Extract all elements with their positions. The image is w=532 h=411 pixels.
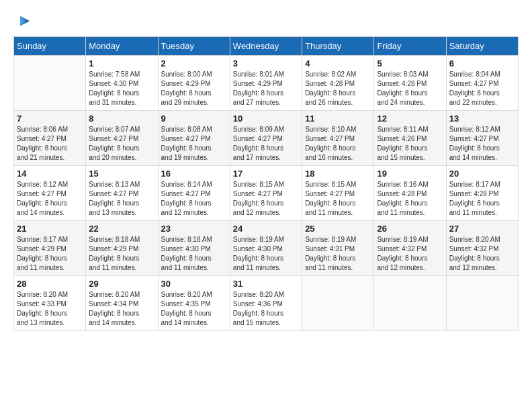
logo-icon bbox=[15, 13, 31, 30]
day-info: Sunrise: 8:10 AM Sunset: 4:27 PM Dayligh… bbox=[305, 125, 371, 163]
day-info: Sunrise: 8:07 AM Sunset: 4:27 PM Dayligh… bbox=[89, 125, 154, 163]
calendar-cell: 8Sunrise: 8:07 AM Sunset: 4:27 PM Daylig… bbox=[86, 111, 158, 166]
calendar-cell: 31Sunrise: 8:20 AM Sunset: 4:36 PM Dayli… bbox=[230, 276, 302, 331]
day-info: Sunrise: 8:19 AM Sunset: 4:31 PM Dayligh… bbox=[305, 235, 371, 273]
day-number: 26 bbox=[377, 224, 443, 234]
calendar-cell: 13Sunrise: 8:12 AM Sunset: 4:27 PM Dayli… bbox=[446, 111, 518, 166]
calendar-cell: 3Sunrise: 8:01 AM Sunset: 4:29 PM Daylig… bbox=[230, 56, 302, 111]
day-number: 13 bbox=[449, 113, 515, 124]
day-number: 7 bbox=[17, 113, 83, 124]
calendar-cell: 28Sunrise: 8:20 AM Sunset: 4:33 PM Dayli… bbox=[14, 276, 86, 331]
day-number: 24 bbox=[233, 224, 299, 234]
day-number: 8 bbox=[89, 113, 154, 124]
day-number: 15 bbox=[89, 169, 154, 179]
weekday-header-tuesday: Tuesday bbox=[158, 37, 230, 56]
day-info: Sunrise: 8:01 AM Sunset: 4:29 PM Dayligh… bbox=[233, 70, 299, 107]
day-info: Sunrise: 8:04 AM Sunset: 4:27 PM Dayligh… bbox=[449, 70, 515, 107]
day-number: 20 bbox=[449, 169, 515, 179]
day-info: Sunrise: 8:16 AM Sunset: 4:28 PM Dayligh… bbox=[377, 180, 443, 218]
day-info: Sunrise: 8:14 AM Sunset: 4:27 PM Dayligh… bbox=[161, 180, 227, 218]
calendar-cell: 22Sunrise: 8:18 AM Sunset: 4:29 PM Dayli… bbox=[86, 221, 158, 276]
day-info: Sunrise: 8:02 AM Sunset: 4:28 PM Dayligh… bbox=[305, 70, 371, 107]
day-info: Sunrise: 8:18 AM Sunset: 4:30 PM Dayligh… bbox=[161, 235, 227, 273]
day-info: Sunrise: 8:12 AM Sunset: 4:27 PM Dayligh… bbox=[449, 125, 515, 163]
day-info: Sunrise: 8:17 AM Sunset: 4:29 PM Dayligh… bbox=[17, 235, 83, 273]
calendar-table: SundayMondayTuesdayWednesdayThursdayFrid… bbox=[13, 36, 519, 331]
calendar-cell: 27Sunrise: 8:20 AM Sunset: 4:32 PM Dayli… bbox=[446, 221, 518, 276]
calendar-cell: 10Sunrise: 8:09 AM Sunset: 4:27 PM Dayli… bbox=[230, 111, 302, 166]
weekday-header-thursday: Thursday bbox=[302, 37, 374, 56]
day-number: 10 bbox=[233, 113, 299, 124]
day-number: 14 bbox=[17, 169, 83, 179]
day-number: 11 bbox=[305, 113, 371, 124]
calendar-cell: 11Sunrise: 8:10 AM Sunset: 4:27 PM Dayli… bbox=[302, 111, 374, 166]
day-number: 12 bbox=[377, 113, 443, 124]
day-info: Sunrise: 8:20 AM Sunset: 4:34 PM Dayligh… bbox=[89, 290, 154, 328]
calendar-cell: 17Sunrise: 8:15 AM Sunset: 4:27 PM Dayli… bbox=[230, 166, 302, 221]
day-info: Sunrise: 8:19 AM Sunset: 4:30 PM Dayligh… bbox=[233, 235, 299, 273]
calendar-cell: 29Sunrise: 8:20 AM Sunset: 4:34 PM Dayli… bbox=[86, 276, 158, 331]
calendar-cell bbox=[446, 276, 518, 331]
day-number: 18 bbox=[305, 169, 371, 179]
day-info: Sunrise: 8:03 AM Sunset: 4:28 PM Dayligh… bbox=[377, 70, 443, 107]
day-info: Sunrise: 8:12 AM Sunset: 4:27 PM Dayligh… bbox=[17, 180, 83, 218]
day-number: 16 bbox=[161, 169, 227, 179]
calendar-cell: 14Sunrise: 8:12 AM Sunset: 4:27 PM Dayli… bbox=[14, 166, 86, 221]
calendar-cell: 16Sunrise: 8:14 AM Sunset: 4:27 PM Dayli… bbox=[158, 166, 230, 221]
calendar-cell: 5Sunrise: 8:03 AM Sunset: 4:28 PM Daylig… bbox=[374, 56, 446, 111]
calendar-week-row: 7Sunrise: 8:06 AM Sunset: 4:27 PM Daylig… bbox=[14, 111, 519, 166]
day-info: Sunrise: 8:09 AM Sunset: 4:27 PM Dayligh… bbox=[233, 125, 299, 163]
day-info: Sunrise: 8:20 AM Sunset: 4:36 PM Dayligh… bbox=[233, 290, 299, 328]
day-number: 19 bbox=[377, 169, 443, 179]
day-number: 29 bbox=[89, 279, 154, 289]
calendar-cell bbox=[14, 56, 86, 111]
day-number: 23 bbox=[161, 224, 227, 234]
calendar-cell: 21Sunrise: 8:17 AM Sunset: 4:29 PM Dayli… bbox=[14, 221, 86, 276]
day-info: Sunrise: 8:11 AM Sunset: 4:26 PM Dayligh… bbox=[377, 125, 443, 163]
logo bbox=[13, 13, 31, 30]
day-info: Sunrise: 7:58 AM Sunset: 4:30 PM Dayligh… bbox=[89, 70, 154, 107]
day-number: 4 bbox=[305, 58, 371, 68]
day-number: 28 bbox=[17, 279, 83, 289]
calendar-cell: 15Sunrise: 8:13 AM Sunset: 4:27 PM Dayli… bbox=[86, 166, 158, 221]
weekday-header-monday: Monday bbox=[86, 37, 158, 56]
page-header bbox=[13, 13, 519, 30]
day-info: Sunrise: 8:20 AM Sunset: 4:32 PM Dayligh… bbox=[449, 235, 515, 273]
day-number: 5 bbox=[377, 58, 443, 68]
weekday-header-sunday: Sunday bbox=[14, 37, 86, 56]
calendar-cell: 18Sunrise: 8:15 AM Sunset: 4:27 PM Dayli… bbox=[302, 166, 374, 221]
day-number: 30 bbox=[161, 279, 227, 289]
calendar-week-row: 1Sunrise: 7:58 AM Sunset: 4:30 PM Daylig… bbox=[14, 56, 519, 111]
day-number: 1 bbox=[89, 58, 154, 68]
calendar-cell: 1Sunrise: 7:58 AM Sunset: 4:30 PM Daylig… bbox=[86, 56, 158, 111]
calendar-cell: 24Sunrise: 8:19 AM Sunset: 4:30 PM Dayli… bbox=[230, 221, 302, 276]
day-number: 17 bbox=[233, 169, 299, 179]
calendar-cell: 25Sunrise: 8:19 AM Sunset: 4:31 PM Dayli… bbox=[302, 221, 374, 276]
day-number: 22 bbox=[89, 224, 154, 234]
day-info: Sunrise: 8:20 AM Sunset: 4:35 PM Dayligh… bbox=[161, 290, 227, 328]
day-info: Sunrise: 8:17 AM Sunset: 4:28 PM Dayligh… bbox=[449, 180, 515, 218]
day-number: 27 bbox=[449, 224, 515, 234]
day-info: Sunrise: 8:15 AM Sunset: 4:27 PM Dayligh… bbox=[233, 180, 299, 218]
day-info: Sunrise: 8:00 AM Sunset: 4:29 PM Dayligh… bbox=[161, 70, 227, 107]
day-number: 3 bbox=[233, 58, 299, 68]
calendar-cell: 23Sunrise: 8:18 AM Sunset: 4:30 PM Dayli… bbox=[158, 221, 230, 276]
day-number: 6 bbox=[449, 58, 515, 68]
weekday-header-row: SundayMondayTuesdayWednesdayThursdayFrid… bbox=[14, 37, 519, 56]
calendar-cell: 20Sunrise: 8:17 AM Sunset: 4:28 PM Dayli… bbox=[446, 166, 518, 221]
weekday-header-saturday: Saturday bbox=[446, 37, 518, 56]
day-info: Sunrise: 8:18 AM Sunset: 4:29 PM Dayligh… bbox=[89, 235, 154, 273]
day-info: Sunrise: 8:06 AM Sunset: 4:27 PM Dayligh… bbox=[17, 125, 83, 163]
day-number: 25 bbox=[305, 224, 371, 234]
day-info: Sunrise: 8:15 AM Sunset: 4:27 PM Dayligh… bbox=[305, 180, 371, 218]
day-number: 2 bbox=[161, 58, 227, 68]
calendar-cell: 4Sunrise: 8:02 AM Sunset: 4:28 PM Daylig… bbox=[302, 56, 374, 111]
calendar-cell: 19Sunrise: 8:16 AM Sunset: 4:28 PM Dayli… bbox=[374, 166, 446, 221]
calendar-week-row: 14Sunrise: 8:12 AM Sunset: 4:27 PM Dayli… bbox=[14, 166, 519, 221]
day-number: 21 bbox=[17, 224, 83, 234]
day-info: Sunrise: 8:19 AM Sunset: 4:32 PM Dayligh… bbox=[377, 235, 443, 273]
calendar-week-row: 21Sunrise: 8:17 AM Sunset: 4:29 PM Dayli… bbox=[14, 221, 519, 276]
calendar-cell bbox=[374, 276, 446, 331]
day-number: 31 bbox=[233, 279, 299, 289]
calendar-cell: 6Sunrise: 8:04 AM Sunset: 4:27 PM Daylig… bbox=[446, 56, 518, 111]
